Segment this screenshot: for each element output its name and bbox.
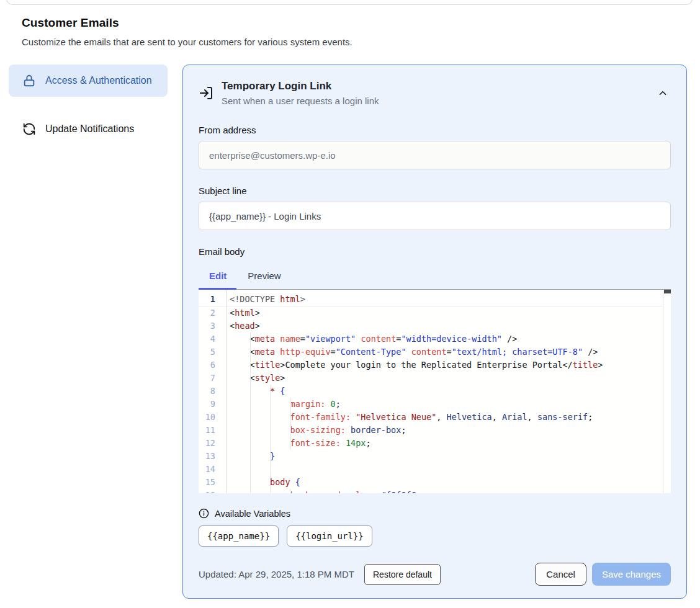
save-changes-button[interactable]: Save changes bbox=[592, 563, 671, 586]
variable-chip-app-name[interactable]: {{app_name}} bbox=[199, 525, 279, 547]
page-description: Customize the emails that are sent to yo… bbox=[22, 37, 678, 47]
subject-line-label: Subject line bbox=[199, 186, 671, 196]
chevron-up-icon bbox=[657, 87, 668, 99]
code-text: <html> bbox=[230, 306, 671, 320]
code-text: <meta name="viewport" content="width=dev… bbox=[230, 333, 671, 346]
code-line[interactable]: 7 <style> bbox=[199, 372, 671, 385]
line-number: 14 bbox=[199, 463, 221, 476]
sidebar-item-access-authentication[interactable]: Access & Authentication bbox=[9, 65, 168, 97]
code-line[interactable]: 12 font-size: 14px; bbox=[199, 437, 671, 450]
code-text: font-size: 14px; bbox=[230, 437, 671, 450]
from-address-label: From address bbox=[199, 125, 671, 135]
line-number: 4 bbox=[199, 333, 221, 346]
page-header: Customer Emails Customize the emails tha… bbox=[0, 0, 700, 47]
sidebar-item-label: Update Notifications bbox=[45, 122, 134, 136]
login-icon bbox=[199, 86, 213, 101]
variable-chips: {{app_name}} {{login_url}} bbox=[199, 525, 671, 547]
code-text: body { bbox=[230, 476, 671, 489]
scrollbar-thumb[interactable] bbox=[664, 290, 671, 293]
line-number: 11 bbox=[199, 424, 221, 437]
line-number: 13 bbox=[199, 450, 221, 463]
line-number: 5 bbox=[199, 346, 221, 359]
code-text bbox=[230, 463, 671, 476]
code-line[interactable]: 6 <title>Complete your login to the Repl… bbox=[199, 359, 671, 372]
tab-edit[interactable]: Edit bbox=[199, 264, 237, 289]
updated-timestamp: Updated: Apr 29, 2025, 1:18 PM MDT bbox=[199, 569, 354, 579]
card-title: Temporary Login Link bbox=[222, 80, 379, 92]
cancel-button[interactable]: Cancel bbox=[535, 563, 586, 586]
code-text: } bbox=[230, 450, 671, 463]
code-text: background-color: #f6f6f6; bbox=[230, 489, 671, 493]
editor-tabs: Edit Preview bbox=[199, 264, 671, 289]
previous-card-bottom-edge bbox=[6, 0, 693, 5]
code-text: <head> bbox=[230, 320, 671, 333]
code-text: margin: 0; bbox=[230, 398, 671, 411]
code-editor[interactable]: 1<!DOCTYPE html>2<html>3<head>4 <meta na… bbox=[199, 289, 671, 493]
line-number: 15 bbox=[199, 476, 221, 489]
tab-preview[interactable]: Preview bbox=[237, 264, 291, 289]
line-number: 2 bbox=[199, 306, 221, 320]
code-line[interactable]: 2<html> bbox=[199, 306, 671, 320]
available-variables-label: Available Variables bbox=[215, 509, 290, 519]
line-number: 6 bbox=[199, 359, 221, 372]
code-line[interactable]: 14 bbox=[199, 463, 671, 476]
email-types-sidebar: Access & Authentication Update Notificat… bbox=[9, 65, 168, 145]
code-line[interactable]: 3<head> bbox=[199, 320, 671, 333]
code-line[interactable]: 16 background-color: #f6f6f6; bbox=[199, 489, 671, 493]
card-footer: Updated: Apr 29, 2025, 1:18 PM MDT Resto… bbox=[199, 563, 671, 586]
email-body-label: Email body bbox=[199, 246, 671, 257]
sidebar-item-update-notifications[interactable]: Update Notifications bbox=[9, 113, 168, 145]
from-address-input[interactable] bbox=[199, 141, 671, 169]
variable-chip-login-url[interactable]: {{login_url}} bbox=[287, 525, 372, 547]
lock-icon bbox=[22, 74, 36, 87]
code-line[interactable]: 1<!DOCTYPE html> bbox=[199, 293, 671, 306]
code-line[interactable]: 13 } bbox=[199, 450, 671, 463]
code-text: box-sizing: border-box; bbox=[230, 424, 671, 437]
subject-line-input[interactable] bbox=[199, 202, 671, 230]
code-lines: 1<!DOCTYPE html>2<html>3<head>4 <meta na… bbox=[199, 290, 671, 493]
code-line[interactable]: 5 <meta http-equiv="Content-Type" conten… bbox=[199, 346, 671, 359]
info-icon bbox=[199, 508, 209, 519]
line-number: 8 bbox=[199, 385, 221, 398]
code-text: font-family: "Helvetica Neue", Helvetica… bbox=[230, 411, 671, 424]
line-number: 3 bbox=[199, 320, 221, 333]
line-number: 12 bbox=[199, 437, 221, 450]
card-subtitle: Sent when a user requests a login link bbox=[222, 96, 379, 106]
temporary-login-link-card: Temporary Login Link Sent when a user re… bbox=[182, 65, 687, 599]
code-text: <meta http-equiv="Content-Type" content=… bbox=[230, 346, 671, 359]
collapse-button[interactable] bbox=[655, 85, 671, 101]
code-text: * { bbox=[230, 385, 671, 398]
code-line[interactable]: 11 box-sizing: border-box; bbox=[199, 424, 671, 437]
line-number: 1 bbox=[199, 293, 221, 306]
sidebar-item-label: Access & Authentication bbox=[45, 73, 152, 88]
code-line[interactable]: 9 margin: 0; bbox=[199, 398, 671, 411]
code-text: <title>Complete your login to the Replic… bbox=[230, 359, 671, 372]
available-variables-header: Available Variables bbox=[199, 508, 671, 519]
code-line[interactable]: 4 <meta name="viewport" content="width=d… bbox=[199, 333, 671, 346]
refresh-icon bbox=[22, 122, 36, 136]
page-title: Customer Emails bbox=[22, 16, 678, 30]
email-body-editor: Edit Preview 1<!DOCTYPE html>2<html>3<he… bbox=[199, 264, 671, 493]
editor-scrollbar[interactable] bbox=[663, 290, 671, 493]
code-text: <!DOCTYPE html> bbox=[230, 293, 671, 306]
code-line[interactable]: 8 * { bbox=[199, 385, 671, 398]
line-number: 10 bbox=[199, 411, 221, 424]
active-tab-underline bbox=[199, 288, 236, 290]
code-line[interactable]: 15 body { bbox=[199, 476, 671, 489]
card-header: Temporary Login Link Sent when a user re… bbox=[199, 80, 671, 106]
line-number: 16 bbox=[199, 489, 221, 493]
gutter-divider bbox=[226, 290, 227, 493]
line-number: 9 bbox=[199, 398, 221, 411]
code-line[interactable]: 10 font-family: "Helvetica Neue", Helvet… bbox=[199, 411, 671, 424]
restore-default-button[interactable]: Restore default bbox=[364, 564, 441, 585]
code-text: <style> bbox=[230, 372, 671, 385]
line-number: 7 bbox=[199, 372, 221, 385]
